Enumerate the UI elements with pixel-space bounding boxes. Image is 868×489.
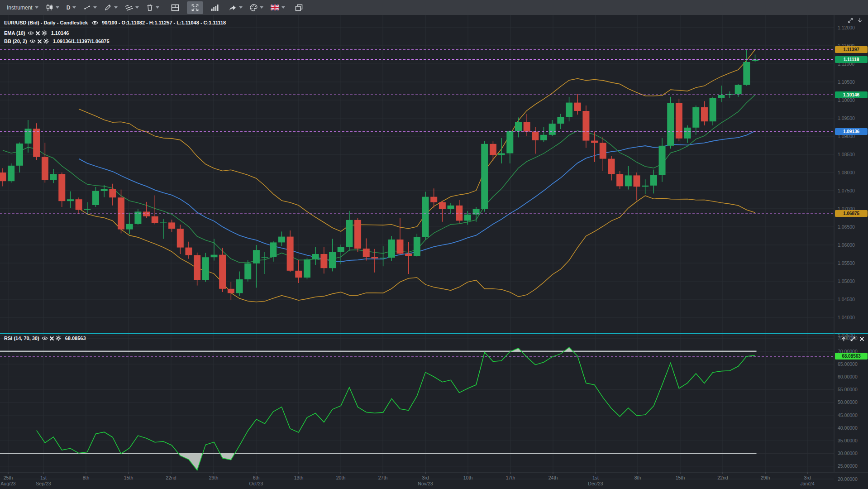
ema-indicator-row: EMA (10) 1.10146 xyxy=(4,30,69,36)
layout-grid-icon xyxy=(171,4,179,11)
svg-text:1.05000: 1.05000 xyxy=(838,278,855,284)
channel-tool[interactable] xyxy=(122,2,142,13)
svg-text:1st: 1st xyxy=(592,475,599,480)
candle[interactable] xyxy=(422,192,429,240)
candle[interactable] xyxy=(287,230,294,272)
svg-text:1.04500: 1.04500 xyxy=(838,297,855,302)
settings-gear-icon[interactable] xyxy=(42,30,47,36)
chevron-down-icon xyxy=(56,6,59,9)
settings-gear-icon[interactable] xyxy=(43,38,49,44)
svg-text:Aug/23: Aug/23 xyxy=(0,481,15,486)
svg-text:Sep/23: Sep/23 xyxy=(36,481,51,486)
settings-gear-icon[interactable] xyxy=(56,336,61,341)
chart-title-row: EUR/USD (Bid) - Daily - Candlestick 90/1… xyxy=(4,20,226,25)
candle[interactable] xyxy=(710,97,716,125)
trend-line-icon xyxy=(83,4,91,11)
svg-text:27th: 27th xyxy=(378,475,388,480)
fullscreen-button[interactable] xyxy=(187,1,203,14)
rsi-axis-tag[interactable]: 68.08563 xyxy=(835,353,868,360)
svg-text:1st: 1st xyxy=(40,475,47,480)
chevron-down-icon xyxy=(114,6,118,9)
svg-text:Jan/24: Jan/24 xyxy=(800,481,815,486)
svg-text:Oct/23: Oct/23 xyxy=(249,481,263,486)
svg-text:15th: 15th xyxy=(124,475,134,480)
rsi-label: RSI (14, 70, 30) xyxy=(4,336,39,341)
candle[interactable] xyxy=(33,123,40,160)
svg-text:13th: 13th xyxy=(294,475,304,480)
remove-icon[interactable] xyxy=(37,39,42,44)
rsi-panel-controls xyxy=(841,336,865,342)
svg-text:Nov/23: Nov/23 xyxy=(418,481,433,486)
eye-icon[interactable] xyxy=(28,31,34,35)
candle[interactable] xyxy=(388,236,395,261)
svg-text:60.00000: 60.00000 xyxy=(838,374,858,379)
chart-type-button[interactable] xyxy=(43,2,62,13)
chart-canvas[interactable]: 1.120001.115001.110001.105001.100001.095… xyxy=(0,0,868,489)
expand-panel-icon[interactable] xyxy=(850,336,856,342)
windows-layers-icon xyxy=(295,4,303,11)
candle[interactable] xyxy=(354,218,361,252)
candlestick-icon xyxy=(46,4,53,11)
instrument-selector-label: Instrument xyxy=(7,5,33,11)
bb-upper-axis-tag[interactable]: 1.11397 xyxy=(835,46,868,53)
candle[interactable] xyxy=(676,99,682,141)
indicators-button[interactable] xyxy=(208,2,222,13)
bb-lower-axis-tag[interactable]: 1.06875 xyxy=(835,210,868,217)
trend-line-tool[interactable] xyxy=(80,2,100,13)
candle[interactable] xyxy=(414,234,420,256)
svg-text:29th: 29th xyxy=(209,475,219,480)
svg-text:22nd: 22nd xyxy=(717,475,728,480)
last-price-axis-tag[interactable]: 1.11118 xyxy=(835,56,868,63)
instrument-selector[interactable]: Instrument xyxy=(4,3,42,13)
share-button[interactable] xyxy=(225,2,246,13)
eye-icon[interactable] xyxy=(42,336,48,340)
close-panel-icon[interactable] xyxy=(859,336,865,342)
fullscreen-icon xyxy=(191,4,199,11)
chevron-down-icon xyxy=(72,6,76,9)
palette-icon xyxy=(250,4,258,11)
eye-icon[interactable] xyxy=(29,39,36,43)
draw-tool[interactable] xyxy=(101,2,121,13)
chevron-down-icon xyxy=(156,6,159,9)
candle[interactable] xyxy=(481,141,488,211)
svg-text:35.00000: 35.00000 xyxy=(838,438,858,443)
candle[interactable] xyxy=(667,97,674,149)
timeframe-selector[interactable]: D xyxy=(63,3,80,13)
move-panel-up-icon[interactable] xyxy=(841,336,847,342)
ema-axis-tag[interactable]: 1.10146 xyxy=(835,91,868,98)
uk-flag-icon xyxy=(271,5,279,10)
svg-text:8th: 8th xyxy=(634,475,641,480)
svg-text:15th: 15th xyxy=(676,475,685,480)
theme-button[interactable] xyxy=(247,2,267,13)
language-selector[interactable] xyxy=(267,3,288,12)
chevron-down-icon xyxy=(35,6,38,9)
svg-text:25.00000: 25.00000 xyxy=(838,463,858,469)
svg-text:50.00000: 50.00000 xyxy=(838,399,858,405)
expand-panel-icon[interactable] xyxy=(847,17,854,24)
bb-indicator-row: BB (20, 2) 1.09136/1.11397/1.06875 xyxy=(4,38,110,44)
svg-text:1.08500: 1.08500 xyxy=(838,152,855,157)
chart-ohlc-stats: 90/100 - O:1.11082 - H:1.11257 - L:1.110… xyxy=(102,20,226,25)
layout-grid-button[interactable] xyxy=(168,2,182,13)
svg-text:45.00000: 45.00000 xyxy=(838,412,858,418)
svg-text:40.00000: 40.00000 xyxy=(838,425,858,431)
eye-icon[interactable] xyxy=(91,20,98,25)
svg-text:1.10500: 1.10500 xyxy=(838,79,855,85)
ema-label: EMA (10) xyxy=(4,30,25,36)
channel-icon xyxy=(125,4,133,11)
chevron-down-icon xyxy=(93,6,97,9)
chart-background xyxy=(0,0,868,489)
candle[interactable] xyxy=(304,258,310,279)
chevron-down-icon xyxy=(239,6,243,9)
windows-button[interactable] xyxy=(292,2,306,13)
remove-icon[interactable] xyxy=(49,336,54,341)
remove-icon[interactable] xyxy=(35,31,40,36)
svg-text:3rd: 3rd xyxy=(804,475,811,480)
chart-title: EUR/USD (Bid) - Daily - Candlestick xyxy=(4,20,88,25)
bb-mid-axis-tag[interactable]: 1.09136 xyxy=(835,128,868,135)
svg-text:10th: 10th xyxy=(463,475,473,480)
collapse-down-icon[interactable] xyxy=(857,17,863,24)
delete-tool[interactable] xyxy=(143,2,162,13)
candle[interactable] xyxy=(8,163,14,182)
svg-text:55.00000: 55.00000 xyxy=(838,387,858,392)
